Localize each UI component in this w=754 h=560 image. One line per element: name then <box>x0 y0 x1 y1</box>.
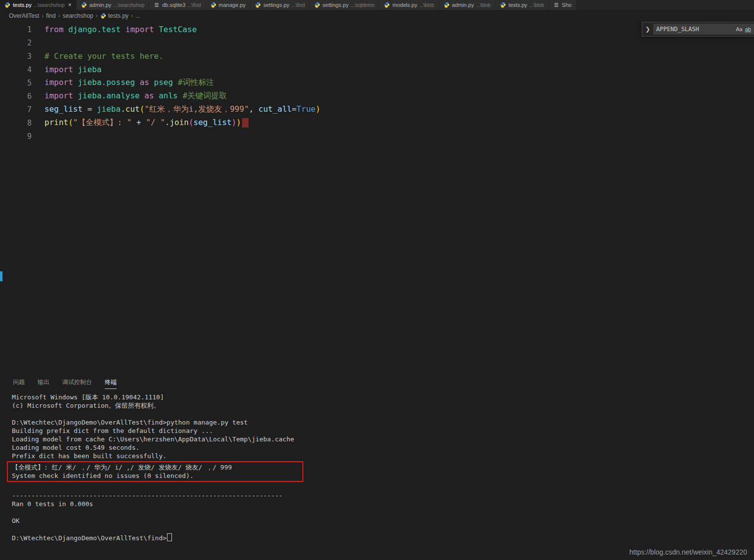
line-number: 5 <box>0 79 44 87</box>
find-input[interactable]: APPEND_SLASH Aa ab <box>653 24 754 35</box>
panel-tab-调试控制台[interactable]: 调试控制台 <box>62 378 92 389</box>
tab-desc: ...\blob <box>529 2 544 8</box>
whole-word-icon[interactable]: ab <box>745 26 751 32</box>
tab-label: tests.py <box>13 2 32 8</box>
code-area[interactable]: 1from django.test import TestCase23# Cre… <box>0 22 754 143</box>
terminal-line: Loading model from cache C:\Users\herzsh… <box>12 435 754 443</box>
match-case-icon[interactable]: Aa <box>736 26 742 32</box>
terminal-line: D:\Wtechtec\DjangoDemo\OverAllTest\find>… <box>12 418 754 427</box>
python-icon <box>210 2 216 8</box>
code-line[interactable]: 6import jieba.analyse as anls #关键词提取 <box>0 89 754 103</box>
terminal-line: System check identified no issues (0 sil… <box>12 472 302 480</box>
tab-manage.py[interactable]: manage.py <box>206 0 251 10</box>
line-number: 9 <box>0 132 44 141</box>
tab-label: settings.py <box>263 2 290 8</box>
chevron-right-icon: › <box>58 12 60 19</box>
editor-cursor <box>242 118 249 128</box>
python-icon <box>384 2 390 8</box>
code-line[interactable]: 7seg_list = jieba.cut("红米，华为i,发烧友，999", … <box>0 103 754 116</box>
line-number: 3 <box>0 52 44 61</box>
chevron-right-icon: › <box>42 12 43 19</box>
terminal-line: (c) Microsoft Corporation。保留所有权利。 <box>12 401 754 410</box>
python-icon <box>100 13 106 19</box>
code-line[interactable]: 4import jieba <box>0 63 754 76</box>
highlight-red-box: 【全模式】: 红/ 米/ ，/ 华为/ i/ ,/ 发烧/ 发烧友/ 烧友/ ，… <box>7 461 303 482</box>
code-text: print("【全模式】: " + "/ ".join(seg_list)) <box>44 118 249 128</box>
terminal-line: Building prefix dict from the default di… <box>12 427 754 435</box>
tab-bar: tests.py...\searchshop×admin.py...\searc… <box>0 0 754 10</box>
tab-tests.py[interactable]: tests.py...\blob <box>496 0 549 10</box>
breadcrumb-item[interactable]: find <box>46 12 55 19</box>
code-line[interactable]: 1from django.test import TestCase <box>0 23 754 36</box>
breadcrumb-item[interactable]: tests.py <box>108 12 128 19</box>
breadcrumb-item[interactable]: OverAllTest <box>9 12 39 19</box>
terminal-line <box>12 483 754 491</box>
database-icon <box>154 2 160 8</box>
tab-desc: ...\find <box>292 2 305 8</box>
code-text: from django.test import TestCase <box>44 25 197 34</box>
terminal-line: D:\Wtechtec\DjangoDemo\OverAllTest\find> <box>12 533 754 542</box>
code-line[interactable]: 9 <box>0 129 754 143</box>
close-icon[interactable]: × <box>68 1 72 8</box>
chevron-right-icon: › <box>96 12 98 19</box>
code-line[interactable]: 2 <box>0 36 754 49</box>
python-icon <box>255 2 261 8</box>
code-line[interactable]: 3# Create your tests here. <box>0 49 754 63</box>
code-text: import jieba <box>44 65 102 74</box>
code-text: # Create your tests here. <box>44 51 164 61</box>
breadcrumb: OverAllTest›find›searchshop›tests.py›... <box>0 10 754 22</box>
line-number: 8 <box>0 119 44 128</box>
code-line[interactable]: 5import jieba.posseg as pseg #词性标注 <box>0 76 754 89</box>
terminal-line: 【全模式】: 红/ 米/ ，/ 华为/ i/ ,/ 发烧/ 发烧友/ 烧友/ ，… <box>12 463 302 472</box>
chevron-right-icon: › <box>131 12 133 19</box>
tab-label: Sho <box>562 2 572 8</box>
terminal-line: Prefix dict has been built successfully. <box>12 452 754 460</box>
tab-tests.py[interactable]: tests.py...\searchshop× <box>0 0 77 10</box>
left-edge-indicator <box>0 271 2 281</box>
tab-desc: ...\searchshop <box>113 2 144 8</box>
tab-settings.py[interactable]: settings.py...\sqldemo <box>310 0 380 10</box>
terminal-line <box>12 410 754 418</box>
panel-tabs: 问题输出调试控制台终端 <box>0 375 754 390</box>
terminal-line: Microsoft Windows [版本 10.0.19042.1110] <box>12 393 754 401</box>
line-number: 4 <box>0 65 44 74</box>
terminal-line <box>12 525 754 533</box>
python-icon <box>500 2 506 8</box>
tab-desc: ...\find <box>187 2 201 8</box>
find-query[interactable]: APPEND_SLASH <box>656 26 733 33</box>
panel-tab-终端[interactable]: 终端 <box>105 378 117 389</box>
watermark: https://blog.csdn.net/weixin_42429220 <box>629 548 747 556</box>
tab-label: manage.py <box>219 2 246 8</box>
terminal-line <box>12 508 754 517</box>
tab-label: admin.py <box>452 2 474 8</box>
tab-settings.py[interactable]: settings.py...\find <box>251 0 310 10</box>
line-number: 1 <box>0 25 44 34</box>
tab-label: settings.py <box>323 2 349 8</box>
tab-desc: ...\blob <box>419 2 434 8</box>
tab-Sho[interactable]: Sho <box>549 0 577 10</box>
tab-label: db.sqlite3 <box>162 2 185 8</box>
bottom-panel: 问题输出调试控制台终端 Microsoft Windows [版本 10.0.1… <box>0 375 754 560</box>
code-text: seg_list = jieba.cut("红米，华为i,发烧友，999", c… <box>44 104 320 115</box>
terminal-line: Loading model cost 0.549 seconds. <box>12 443 754 452</box>
tab-admin.py[interactable]: admin.py...\blob <box>439 0 496 10</box>
breadcrumb-item[interactable]: ... <box>135 12 140 19</box>
breadcrumb-item[interactable]: searchshop <box>63 12 93 19</box>
tab-db.sqlite3[interactable]: db.sqlite3...\find <box>149 0 206 10</box>
tab-models.py[interactable]: models.py...\blob <box>379 0 439 10</box>
tab-admin.py[interactable]: admin.py...\searchshop <box>77 0 149 10</box>
terminal-content[interactable]: Microsoft Windows [版本 10.0.19042.1110](c… <box>0 390 754 542</box>
toggle-replace-icon[interactable]: ❯ <box>642 26 653 33</box>
code-line[interactable]: 8print("【全模式】: " + "/ ".join(seg_list)) <box>0 116 754 129</box>
terminal-cursor <box>167 533 172 541</box>
line-number: 7 <box>0 105 44 114</box>
find-widget: ❯ APPEND_SLASH Aa ab <box>642 22 754 37</box>
list-icon <box>553 2 559 8</box>
panel-tab-输出[interactable]: 输出 <box>38 378 49 389</box>
code-text: import jieba.analyse as anls #关键词提取 <box>44 91 227 101</box>
tab-label: tests.py <box>508 2 527 8</box>
panel-tab-问题[interactable]: 问题 <box>13 378 25 389</box>
python-icon <box>81 2 87 8</box>
code-text: import jieba.posseg as pseg #词性标注 <box>44 78 214 88</box>
tab-label: models.py <box>392 2 417 8</box>
